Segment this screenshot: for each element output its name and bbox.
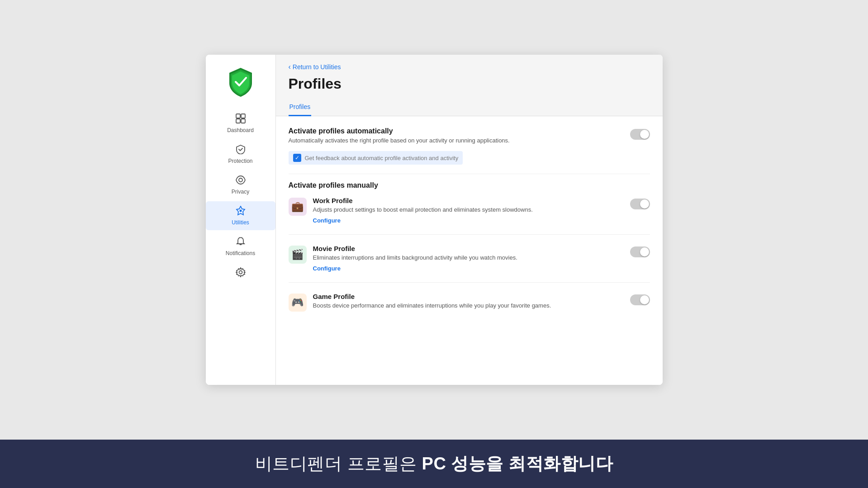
movie-profile-info: Movie Profile Eliminates interruptions a… bbox=[313, 245, 624, 272]
sidebar-item-settings[interactable] bbox=[206, 263, 275, 284]
svg-point-5 bbox=[239, 210, 242, 212]
feedback-checkbox[interactable]: ✓ bbox=[293, 154, 301, 162]
sidebar-item-utilities[interactable]: Utilities bbox=[206, 201, 275, 230]
game-profile-icon: 🎮 bbox=[289, 294, 307, 312]
bottom-banner: 비트디펜더 프로필은 PC 성능을 최적화합니다 bbox=[0, 440, 868, 488]
utilities-label: Utilities bbox=[232, 219, 249, 226]
work-profile-item: 💼 Work Profile Adjusts product settings … bbox=[289, 197, 650, 235]
banner-text-bold: PC 성능을 최적화합니다 bbox=[422, 454, 613, 473]
privacy-label: Privacy bbox=[232, 189, 249, 195]
svg-point-6 bbox=[239, 271, 242, 274]
gear-icon bbox=[236, 267, 246, 279]
back-link-text: Return to Utilities bbox=[293, 63, 341, 71]
game-profile-info: Game Profile Boosts device performance a… bbox=[313, 293, 624, 312]
movie-profile-item: 🎬 Movie Profile Eliminates interruptions… bbox=[289, 245, 650, 283]
feedback-checkbox-label: Get feedback about automatic profile act… bbox=[305, 155, 459, 161]
svg-rect-0 bbox=[236, 114, 240, 118]
tab-profiles[interactable]: Profiles bbox=[289, 99, 312, 116]
sidebar-item-privacy[interactable]: Privacy bbox=[206, 171, 275, 199]
movie-profile-desc: Eliminates interruptions and limits back… bbox=[313, 254, 624, 262]
work-configure-link[interactable]: Configure bbox=[313, 217, 341, 224]
auto-activate-header: Activate profiles automatically Automati… bbox=[289, 127, 650, 148]
sidebar: Dashboard Protection bbox=[206, 55, 276, 385]
svg-rect-3 bbox=[241, 119, 245, 123]
work-profile-desc: Adjusts product settings to boost email … bbox=[313, 206, 624, 214]
sidebar-item-notifications[interactable]: Notifications bbox=[206, 232, 275, 261]
sidebar-item-protection[interactable]: Protection bbox=[206, 140, 275, 169]
protection-label: Protection bbox=[228, 158, 252, 164]
svg-point-4 bbox=[239, 178, 242, 182]
auto-activate-text: Activate profiles automatically Automati… bbox=[289, 127, 510, 148]
game-profile-desc: Boosts device performance and eliminates… bbox=[313, 302, 624, 310]
sidebar-item-dashboard[interactable]: Dashboard bbox=[206, 109, 275, 138]
auto-activate-title: Activate profiles automatically bbox=[289, 127, 510, 135]
feedback-checkbox-row: ✓ Get feedback about automatic profile a… bbox=[289, 151, 463, 165]
movie-profile-icon: 🎬 bbox=[289, 246, 307, 264]
banner-text: 비트디펜더 프로필은 PC 성능을 최적화합니다 bbox=[255, 452, 613, 475]
utilities-icon bbox=[236, 206, 246, 218]
content-header: ‹ Return to Utilities Profiles bbox=[276, 55, 663, 99]
work-profile-info: Work Profile Adjusts product settings to… bbox=[313, 197, 624, 224]
manual-activate-title: Activate profiles manually bbox=[289, 181, 650, 190]
work-profile-toggle[interactable] bbox=[630, 199, 650, 209]
game-profile-toggle[interactable] bbox=[630, 294, 650, 305]
game-profile-item: 🎮 Game Profile Boosts device performance… bbox=[289, 293, 650, 322]
sidebar-navigation: Dashboard Protection bbox=[206, 109, 275, 284]
content-body: Activate profiles automatically Automati… bbox=[276, 116, 663, 385]
back-link[interactable]: ‹ Return to Utilities bbox=[289, 63, 650, 71]
auto-activate-desc: Automatically activates the right profil… bbox=[289, 137, 510, 144]
content-area: ‹ Return to Utilities Profiles Profiles … bbox=[276, 55, 663, 385]
dashboard-label: Dashboard bbox=[227, 127, 254, 133]
movie-configure-link[interactable]: Configure bbox=[313, 265, 341, 272]
svg-rect-2 bbox=[236, 119, 240, 123]
auto-activate-toggle[interactable] bbox=[630, 129, 650, 140]
game-profile-name: Game Profile bbox=[313, 293, 624, 300]
movie-profile-toggle[interactable] bbox=[630, 246, 650, 257]
work-profile-icon: 💼 bbox=[289, 198, 307, 216]
protection-icon bbox=[236, 144, 246, 156]
app-logo bbox=[223, 64, 259, 100]
work-profile-name: Work Profile bbox=[313, 197, 624, 204]
privacy-icon bbox=[236, 175, 246, 187]
section-divider bbox=[289, 174, 650, 174]
dashboard-icon bbox=[236, 114, 246, 125]
movie-profile-name: Movie Profile bbox=[313, 245, 624, 252]
chevron-left-icon: ‹ bbox=[289, 63, 291, 71]
page-title: Profiles bbox=[289, 76, 650, 92]
notifications-label: Notifications bbox=[226, 250, 255, 256]
svg-rect-1 bbox=[241, 114, 245, 118]
tab-bar: Profiles bbox=[276, 99, 663, 116]
banner-text-part1: 비트디펜더 프로필은 bbox=[255, 454, 422, 473]
notifications-icon bbox=[236, 237, 246, 248]
